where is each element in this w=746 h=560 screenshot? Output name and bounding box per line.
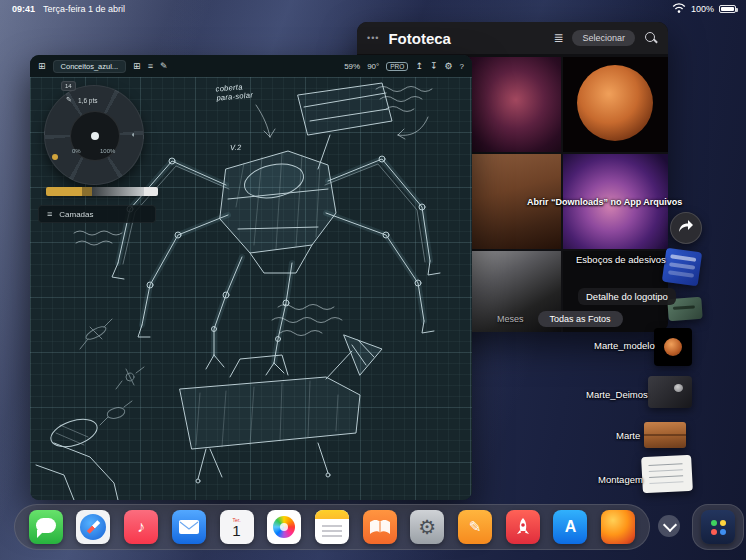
drag-label-mars-deimos: Marte_Deimos: [586, 389, 648, 400]
layers-title: Camadas: [59, 210, 93, 219]
date-label: Terça-feira 1 de abril: [43, 4, 125, 14]
document-title[interactable]: Conceitos_azul...: [53, 60, 127, 73]
wifi-icon: [672, 3, 686, 15]
pen-tool-icon[interactable]: ✎: [66, 96, 72, 104]
photo-mars-globe[interactable]: [563, 57, 668, 152]
layers-menu-icon[interactable]: ≡: [47, 210, 52, 219]
gear-glyph: ⚙: [418, 515, 436, 539]
drag-label-mars: Marte: [616, 430, 640, 441]
annotation-cover-note: coberta para-solar: [215, 81, 253, 103]
rocket-icon: [512, 516, 534, 538]
layers-panel[interactable]: ≡ Camadas: [38, 205, 156, 223]
apps-grid-icon[interactable]: ⊞: [38, 62, 46, 71]
battery-icon: [719, 5, 736, 13]
drag-label-montage: Montagem: [598, 474, 643, 485]
drag-thumb-montage[interactable]: [641, 455, 693, 494]
grid-settings-icon[interactable]: ⊞: [133, 62, 141, 71]
app-store-letter: A: [565, 518, 577, 536]
active-color-dot[interactable]: [52, 154, 58, 160]
brush-preview-dot: [91, 132, 99, 140]
status-bar: 09:41 Terça-feira 1 de abril 100%: [12, 3, 736, 15]
safari-app-icon[interactable]: [76, 510, 110, 544]
menu-icon[interactable]: ≡: [148, 62, 153, 71]
search-icon[interactable]: [644, 31, 658, 45]
import-icon[interactable]: ↧: [430, 62, 438, 71]
view-options-icon[interactable]: ≣: [553, 31, 563, 45]
drag-label-logo-detail: Detalhe do logotipo: [578, 288, 676, 305]
opacity-min-label: 0%: [72, 148, 81, 154]
drag-label-stickers: Esboços de adesivos: [576, 254, 666, 265]
concepts-window: ⊞ Conceitos_azul... ⊞ ≡ ✎ 59% 90° PRO ↥ …: [30, 55, 472, 500]
settings-app-icon[interactable]: ⚙: [410, 510, 444, 544]
zoom-level[interactable]: 59%: [344, 62, 360, 71]
drag-thumb-mars-model[interactable]: [654, 328, 692, 366]
app-library-icon[interactable]: [701, 510, 735, 544]
drag-thumb-mars-deimos[interactable]: [648, 376, 692, 408]
dock-collapse-chevron[interactable]: [658, 515, 680, 537]
window-options-button[interactable]: •••: [367, 33, 379, 43]
battery-percent: 100%: [691, 4, 714, 14]
rocket-app-icon[interactable]: [506, 510, 540, 544]
photos-app-icon[interactable]: [267, 510, 301, 544]
colored-dots-icon: [711, 520, 717, 526]
color-swatch-gray-gradient[interactable]: [92, 187, 144, 196]
books-app-icon[interactable]: [363, 510, 397, 544]
color-swatch-olive[interactable]: [82, 187, 92, 196]
drag-thumb-mars[interactable]: [644, 422, 686, 448]
clock: 09:41: [12, 4, 35, 14]
calendar-day: 1: [232, 523, 240, 539]
tool-slot-badge: 14: [61, 81, 76, 91]
music-app-icon[interactable]: ♪: [124, 510, 158, 544]
calendar-app-icon[interactable]: Ter. 1: [220, 510, 254, 544]
select-button[interactable]: Selecionar: [572, 30, 635, 46]
pencil-glyph: ✎: [469, 518, 482, 536]
photos-header: ••• Fototeca ≣ Selecionar: [357, 22, 668, 54]
forward-arrow-icon: [677, 218, 695, 238]
drag-thumb-stickers[interactable]: [662, 248, 702, 287]
pages-app-icon[interactable]: ✎: [458, 510, 492, 544]
concepts-toolbar: ⊞ Conceitos_azul... ⊞ ≡ ✎ 59% 90° PRO ↥ …: [30, 55, 472, 77]
music-note-icon: ♪: [137, 518, 145, 536]
tool-wheel[interactable]: 14 ✎ 1,6 pts ◐ 0% 100%: [44, 85, 144, 185]
brush-icon[interactable]: ✎: [160, 62, 168, 71]
opacity-max-label: 100%: [100, 148, 115, 154]
annotation-version-note: V.2: [230, 143, 242, 153]
drop-tooltip: Abrir “Downloads” no App Arquivos: [527, 197, 682, 207]
pro-badge[interactable]: PRO: [386, 62, 408, 71]
help-button[interactable]: ?: [460, 62, 464, 71]
open-book-icon: [368, 517, 392, 537]
color-swatch-yellow[interactable]: [46, 187, 82, 196]
rotation-value[interactable]: 90°: [367, 62, 379, 71]
dock-suggested-section: [692, 504, 744, 550]
dock: ♪ Ter. 1 ⚙ ✎ A: [14, 504, 650, 550]
mail-app-icon[interactable]: [172, 510, 206, 544]
drag-label-mars-model: Marte_modelo: [594, 340, 655, 351]
color-strip[interactable]: [46, 187, 158, 196]
notes-app-icon[interactable]: [315, 510, 349, 544]
envelope-icon: [178, 519, 200, 535]
color-swatch-white[interactable]: [144, 187, 158, 196]
tab-all-photos[interactable]: Todas as Fotos: [538, 311, 623, 327]
share-button[interactable]: [670, 212, 702, 244]
shade-tool-icon[interactable]: ◐: [131, 130, 136, 139]
photos-title: Fototeca: [388, 30, 451, 47]
browser-app-icon[interactable]: [601, 510, 635, 544]
photo-nebula-red[interactable]: [460, 57, 561, 152]
tab-months[interactable]: Meses: [497, 314, 524, 324]
brush-size-label: 1,6 pts: [78, 97, 98, 104]
gear-icon[interactable]: ⚙: [444, 62, 452, 71]
export-icon[interactable]: ↥: [415, 62, 423, 71]
messages-app-icon[interactable]: [29, 510, 63, 544]
app-store-icon[interactable]: A: [553, 510, 587, 544]
